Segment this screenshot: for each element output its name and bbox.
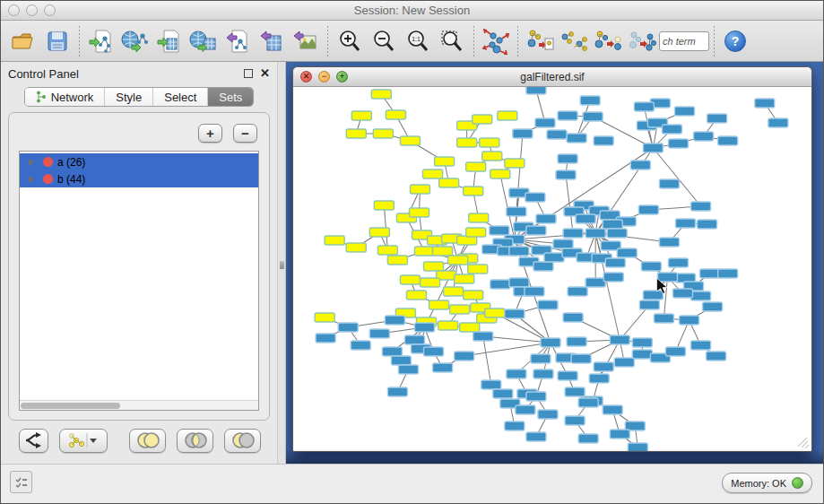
- export-image-button[interactable]: [289, 24, 323, 58]
- set-row-a[interactable]: a (26): [20, 153, 258, 170]
- graph-node-yellow: [406, 291, 426, 300]
- graph-node-blue: [385, 316, 404, 325]
- graph-node-yellow: [455, 274, 474, 283]
- graph-node-blue: [641, 262, 661, 271]
- network-graph[interactable]: [293, 87, 811, 451]
- create-group-button[interactable]: [523, 24, 557, 58]
- graph-node-blue: [567, 134, 586, 143]
- graph-node-blue: [691, 341, 711, 350]
- graph-node-blue: [533, 369, 553, 378]
- graph-node-blue: [490, 226, 509, 235]
- expand-arrow-icon[interactable]: [29, 176, 34, 183]
- search-input[interactable]: ch term: [659, 31, 709, 51]
- import-table-url-button[interactable]: [186, 24, 221, 58]
- network-view-window[interactable]: ✕ − + galFiltered.sif: [292, 66, 812, 452]
- graph-node-blue: [571, 354, 591, 363]
- graph-node-blue: [679, 316, 698, 325]
- tab-network[interactable]: Network: [25, 88, 106, 106]
- panel-splitter[interactable]: [277, 62, 286, 464]
- scrollbar-thumb[interactable]: [21, 403, 120, 409]
- graph-node-blue: [668, 139, 688, 148]
- graph-node-blue: [505, 421, 525, 430]
- toolbar-separator: [714, 26, 715, 56]
- tab-select[interactable]: Select: [153, 88, 208, 106]
- graph-node-yellow: [473, 115, 492, 124]
- apply-layout-icon: [481, 27, 510, 56]
- graph-node-blue: [668, 258, 688, 267]
- graph-node-blue: [558, 111, 577, 120]
- yellow-network-icon: [67, 432, 85, 448]
- create-set-from-network-button[interactable]: [59, 429, 108, 453]
- graph-node-blue: [610, 335, 629, 344]
- graph-node-blue: [718, 136, 738, 145]
- difference-sets-button[interactable]: [224, 429, 261, 453]
- float-panel-icon[interactable]: [244, 69, 253, 78]
- split-sets-button[interactable]: [19, 429, 48, 453]
- help-button[interactable]: ?: [724, 30, 746, 52]
- tab-style[interactable]: Style: [105, 88, 153, 106]
- zoom-fit-selected-button[interactable]: [435, 24, 469, 58]
- toolbar-separator: [327, 26, 328, 56]
- union-sets-button[interactable]: [129, 429, 166, 453]
- task-history-button[interactable]: [10, 471, 32, 493]
- graph-node-blue: [481, 380, 501, 389]
- horizontal-scrollbar[interactable]: [20, 400, 258, 410]
- graph-node-yellow: [444, 287, 464, 296]
- intersection-sets-button[interactable]: [177, 429, 213, 453]
- import-network-file-icon: [88, 28, 115, 55]
- graph-node-yellow: [386, 110, 405, 119]
- splitter-grip[interactable]: [280, 261, 284, 269]
- graph-node-yellow: [480, 138, 499, 147]
- control-panel: Control Panel ✕ Network: [1, 62, 277, 464]
- set-color-dot: [43, 174, 53, 184]
- graph-node-blue: [516, 405, 535, 414]
- graph-node-blue: [594, 136, 613, 145]
- graph-node-blue: [672, 289, 692, 298]
- graph-node-yellow: [414, 247, 434, 256]
- toolbar-separator: [517, 26, 518, 56]
- import-network-url-button[interactable]: [118, 24, 152, 58]
- expand-contract-group-button[interactable]: [557, 24, 591, 58]
- import-table-file-button[interactable]: [152, 24, 186, 58]
- network-canvas[interactable]: [293, 87, 811, 451]
- add-set-button[interactable]: +: [198, 124, 222, 143]
- graph-node-blue: [391, 356, 411, 365]
- graph-node-blue: [558, 371, 577, 380]
- graph-node-yellow: [423, 169, 443, 178]
- zoom-out-button[interactable]: [367, 24, 401, 58]
- graph-node-blue: [603, 273, 623, 282]
- open-session-button[interactable]: [6, 24, 40, 58]
- expand-contract-group-icon: [559, 28, 588, 55]
- remove-set-button[interactable]: −: [233, 124, 257, 143]
- import-network-file-button[interactable]: [84, 24, 118, 58]
- ungroup-button[interactable]: [625, 24, 659, 58]
- window-title: Session: New Session: [1, 4, 823, 17]
- import-network-url-icon: [121, 28, 150, 55]
- graph-node-blue: [607, 229, 627, 238]
- tab-sets[interactable]: Sets: [208, 88, 253, 106]
- close-panel-icon[interactable]: ✕: [260, 69, 270, 78]
- apply-preferred-layout-button[interactable]: [479, 24, 513, 58]
- zoom-actual-size-button[interactable]: 1:1: [401, 24, 435, 58]
- set-row-b[interactable]: b (44): [20, 170, 258, 187]
- zoom-in-button[interactable]: [333, 24, 367, 58]
- export-network-button[interactable]: [221, 24, 255, 58]
- save-session-button[interactable]: [40, 24, 74, 58]
- graph-node-blue: [526, 226, 546, 235]
- expand-arrow-icon[interactable]: [29, 159, 34, 166]
- set-label: a (26): [57, 156, 85, 169]
- venn-difference-icon: [230, 431, 256, 449]
- export-table-icon: [258, 28, 285, 55]
- set-label: b (44): [57, 173, 85, 186]
- network-window-titlebar[interactable]: ✕ − + galFiltered.sif: [293, 67, 811, 87]
- graph-node-yellow: [490, 169, 510, 178]
- memory-status-button[interactable]: Memory: OK: [722, 473, 812, 493]
- control-panel-title: Control Panel: [8, 67, 79, 81]
- graph-node-blue: [674, 107, 694, 116]
- graph-node-blue: [404, 335, 424, 344]
- graph-node-yellow: [315, 313, 334, 322]
- dropdown-caret-icon[interactable]: [85, 432, 100, 448]
- collapse-group-button[interactable]: [591, 24, 625, 58]
- set-color-dot: [43, 157, 53, 167]
- export-table-button[interactable]: [255, 24, 289, 58]
